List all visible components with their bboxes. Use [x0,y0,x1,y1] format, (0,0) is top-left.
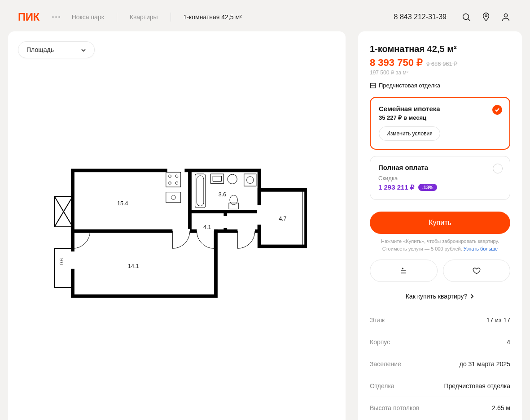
price-old: 9 686 961 ₽ [426,61,457,67]
apartment-title: 1-комнатная 42,5 м² [370,44,510,54]
mortgage-monthly: 35 227 ₽ в месяц [379,114,501,121]
floor-plan: 15.4 14.1 3.6 4.1 4.7 0.6 [8,31,346,417]
location-icon[interactable] [480,11,492,23]
discount-badge: -13% [418,184,437,191]
mortgage-title: Семейная ипотека [379,105,501,113]
mortgage-card[interactable]: Семейная ипотека 35 227 ₽ в месяц Измени… [370,97,510,150]
compare-button[interactable] [370,260,438,282]
area-dropdown[interactable]: Площадь [18,41,95,58]
area-dropdown-label: Площадь [26,46,54,53]
menu-dots-icon[interactable] [52,16,60,18]
chevron-right-icon [470,294,474,299]
price-per-sqm: 197 500 ₽ за м² [370,69,510,76]
fullpay-card[interactable]: Полная оплата Скидка 1 293 211 ₽ -13% [370,156,510,200]
discount-value: 1 293 211 ₽ [378,183,415,191]
heart-icon [472,266,481,275]
room-hall-area: 4.1 [203,224,211,230]
plan-panel: Площадь [8,31,346,420]
change-terms-button[interactable]: Изменить условия [379,126,440,141]
breadcrumb-separator [171,13,171,22]
compare-icon [399,266,408,275]
fullpay-title: Полная оплата [378,164,502,171]
mortgage-radio[interactable] [492,105,502,115]
room-kitchen-area: 15.4 [117,200,128,206]
favorite-button[interactable] [443,260,511,282]
spec-row: Высота потолков2.65 м [370,397,510,419]
breadcrumb-separator [117,13,117,22]
svg-rect-5 [73,231,216,296]
spec-row: ОтделкаПредчистовая отделка [370,375,510,397]
profile-icon[interactable] [499,11,512,23]
specs-table: Этаж17 из 17 Корпус4 Заселениедо 31 март… [370,309,510,419]
svg-rect-13 [54,248,73,287]
spec-row: Этаж17 из 17 [370,309,510,331]
buy-hint: Нажмите «Купить», чтобы забронировать кв… [370,238,510,252]
svg-point-0 [463,14,469,20]
room-bath-area: 3.6 [219,191,226,198]
breadcrumb-project[interactable]: Нокса парк [68,11,108,23]
chevron-down-icon [81,47,86,52]
search-icon[interactable] [460,11,473,23]
room-living-area: 14.1 [128,263,139,269]
breadcrumb-apartments[interactable]: Квартиры [126,11,162,23]
header-phone[interactable]: 8 843 212-31-39 [394,13,447,21]
spec-row: Заселениедо 31 марта 2025 [370,353,510,375]
breadcrumb-current: 1-комнатная 42,5 м² [180,11,245,23]
floor-plan-svg: 15.4 14.1 3.6 4.1 4.7 0.6 [47,162,307,305]
how-to-buy-link[interactable]: Как купить квартиру? [370,293,510,300]
svg-point-2 [485,15,487,17]
price: 8 393 750 ₽ [370,57,423,69]
discount-label: Скидка [378,175,502,182]
room-balcony-area: 0.6 [59,258,64,264]
buy-button[interactable]: Купить [370,212,510,234]
view-tabs: 3D-тур и замеры Планировка Визуализация … [8,417,346,420]
svg-rect-38 [371,83,376,88]
finish-label: Предчистовая отделка [379,82,440,89]
logo[interactable]: ПИК [18,11,39,23]
finish-icon [370,82,376,89]
room-loggia-area: 4.7 [279,216,286,222]
learn-more-link[interactable]: Узнать больше [464,246,498,251]
header: ПИК Нокса парк Квартиры 1-комнатная 42,5… [0,0,530,31]
offer-panel: 1-комнатная 42,5 м² 8 393 750 ₽ 9 686 96… [358,31,522,420]
spec-row: Корпус4 [370,331,510,353]
fullpay-radio[interactable] [493,164,503,173]
svg-point-3 [504,14,507,17]
svg-line-1 [468,19,470,21]
